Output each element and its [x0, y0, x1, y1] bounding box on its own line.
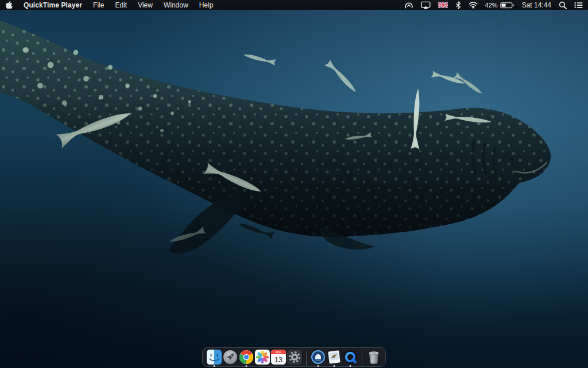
mail-stamp-icon: [327, 350, 342, 365]
battery-status[interactable]: 42%: [485, 2, 514, 9]
dock-divider: [306, 351, 307, 366]
menu-view[interactable]: View: [138, 1, 153, 9]
dock-divider: [362, 351, 362, 366]
display-mirroring-icon[interactable]: [421, 1, 431, 9]
gear-icon: [287, 350, 302, 365]
menu-help[interactable]: Help: [199, 1, 214, 9]
running-indicator: [246, 365, 247, 367]
bluetooth-icon[interactable]: [455, 1, 461, 9]
menu-window[interactable]: Window: [164, 1, 188, 9]
running-indicator: [350, 365, 351, 367]
finder-icon: [207, 350, 222, 365]
apple-menu-icon[interactable]: [5, 1, 13, 9]
running-indicator: [318, 365, 319, 367]
wifi-icon[interactable]: [469, 1, 478, 9]
photos-icon: [255, 350, 270, 365]
calendar-icon: MAR 13: [271, 350, 286, 365]
dock-item-trash[interactable]: [366, 350, 381, 365]
notification-center-icon[interactable]: [574, 2, 583, 9]
whale-shark-wallpaper-image: [0, 10, 588, 368]
dock-item-system-preferences[interactable]: [287, 350, 302, 365]
menu-bar: QuickTime Player File Edit View Window H…: [0, 0, 588, 10]
battery-icon: [500, 2, 514, 9]
dock-item-launchpad[interactable]: [223, 350, 238, 365]
menubar-clock[interactable]: Sat 14:44: [522, 1, 551, 9]
spotlight-search-icon[interactable]: [559, 1, 567, 9]
calendar-day-label: 13: [274, 356, 283, 364]
quicktime-icon: [343, 350, 358, 365]
dock-item-mail[interactable]: [327, 350, 342, 365]
chrome-icon: [239, 350, 254, 365]
desktop-wallpaper[interactable]: [0, 10, 588, 368]
blue-arch-app-icon: [311, 350, 326, 365]
menu-file[interactable]: File: [93, 1, 104, 9]
dock-item-photos[interactable]: [255, 350, 270, 365]
menu-edit[interactable]: Edit: [115, 1, 127, 9]
input-source-uk-flag-icon[interactable]: [438, 2, 448, 8]
running-indicator: [334, 365, 335, 367]
launchpad-icon: [223, 350, 238, 365]
running-indicator: [214, 365, 215, 367]
trash-icon: [366, 350, 381, 365]
dock-item-quicktime[interactable]: [343, 350, 358, 365]
active-app-name[interactable]: QuickTime Player: [24, 1, 82, 9]
dock-item-arch-app[interactable]: [311, 350, 326, 365]
battery-percent-label: 42%: [485, 2, 498, 9]
arc-menu-extra-icon[interactable]: [404, 1, 413, 9]
dock-item-finder[interactable]: [207, 350, 222, 365]
dock: MAR 13: [202, 347, 386, 367]
dock-item-chrome[interactable]: [239, 350, 254, 365]
calendar-month-label: MAR: [276, 351, 282, 354]
dock-item-calendar[interactable]: MAR 13: [271, 350, 286, 365]
